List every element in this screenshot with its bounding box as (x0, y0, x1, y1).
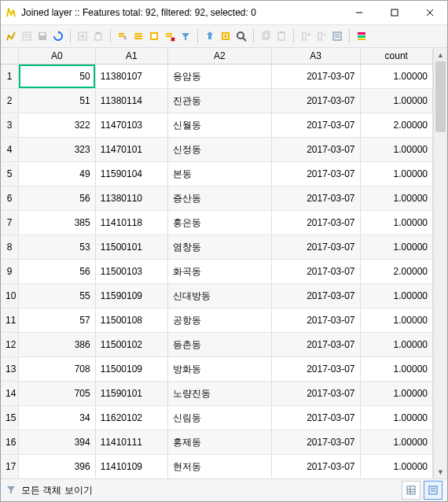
cell-a1[interactable]: 11590109 (95, 284, 167, 308)
field-calc-icon[interactable] (330, 29, 344, 43)
pan-selection-icon[interactable] (218, 29, 233, 43)
table-row[interactable]: 1639411410111홍제동2017-03-071.00000 (1, 430, 433, 455)
cell-count[interactable]: 1.00000 (360, 162, 432, 186)
cell-a0[interactable]: 322 (19, 113, 96, 138)
deselect-icon[interactable] (163, 29, 177, 43)
cell-a3[interactable]: 2017-03-07 (271, 162, 360, 186)
table-view-button[interactable] (402, 481, 420, 500)
cell-a1[interactable]: 11500109 (95, 357, 167, 382)
cell-count[interactable]: 1.00000 (360, 186, 432, 211)
row-number[interactable]: 15 (1, 406, 19, 430)
cell-count[interactable]: 1.00000 (360, 406, 432, 430)
close-button[interactable] (412, 1, 447, 24)
cell-a3[interactable]: 2017-03-07 (271, 186, 360, 211)
table-row[interactable]: 1470511590101노량진동2017-03-071.00000 (1, 382, 433, 406)
cell-count[interactable]: 1.00000 (360, 357, 432, 382)
column-header[interactable]: count (360, 48, 432, 65)
cell-a3[interactable]: 2017-03-07 (271, 406, 360, 430)
cell-a2[interactable]: 진관동 (168, 89, 271, 113)
cell-count[interactable]: 1.00000 (360, 65, 432, 89)
table-row[interactable]: 85311500101염창동2017-03-071.00000 (1, 235, 433, 260)
cell-a1[interactable]: 11380110 (95, 186, 167, 211)
cell-a2[interactable]: 신정동 (168, 138, 271, 162)
cell-a2[interactable]: 신대방동 (168, 284, 271, 308)
maximize-button[interactable] (376, 1, 412, 24)
cell-count[interactable]: 1.00000 (360, 138, 432, 162)
move-top-icon[interactable] (203, 29, 217, 43)
filter-selection-icon[interactable] (178, 29, 193, 43)
cell-a0[interactable]: 396 (19, 455, 96, 479)
cell-a3[interactable]: 2017-03-07 (271, 455, 360, 479)
add-feature-icon[interactable] (75, 29, 90, 43)
cell-a3[interactable]: 2017-03-07 (271, 211, 360, 235)
cell-a0[interactable]: 51 (19, 89, 96, 113)
cell-a1[interactable]: 11410111 (95, 430, 167, 455)
cell-a3[interactable]: 2017-03-07 (271, 333, 360, 357)
cell-a2[interactable]: 노량진동 (168, 382, 271, 406)
row-number[interactable]: 17 (1, 455, 19, 479)
cell-a0[interactable]: 386 (19, 333, 96, 357)
cell-a0[interactable]: 57 (19, 308, 96, 333)
cell-a1[interactable]: 11410118 (95, 211, 167, 235)
select-expression-icon[interactable]: ε (116, 29, 130, 43)
cell-a1[interactable]: 11410109 (95, 455, 167, 479)
cell-a0[interactable]: 49 (19, 162, 96, 186)
cell-a0[interactable]: 55 (19, 284, 96, 308)
cell-a2[interactable]: 공항동 (168, 308, 271, 333)
cell-a3[interactable]: 2017-03-07 (271, 357, 360, 382)
cell-a1[interactable]: 11590101 (95, 382, 167, 406)
cell-a1[interactable]: 11590104 (95, 162, 167, 186)
table-row[interactable]: 65611380110증산동2017-03-071.00000 (1, 186, 433, 211)
row-number[interactable]: 6 (1, 186, 19, 211)
cell-a0[interactable]: 50 (19, 65, 96, 89)
row-number[interactable]: 4 (1, 138, 19, 162)
cell-a3[interactable]: 2017-03-07 (271, 284, 360, 308)
cell-a2[interactable]: 응암동 (168, 65, 271, 89)
table-row[interactable]: 115711500108공항동2017-03-071.00000 (1, 308, 433, 333)
cell-a0[interactable]: 323 (19, 138, 96, 162)
cell-a0[interactable]: 56 (19, 186, 96, 211)
column-header[interactable]: A1 (95, 48, 167, 65)
cell-count[interactable]: 1.00000 (360, 89, 432, 113)
row-number[interactable]: 1 (1, 65, 19, 89)
form-view-button[interactable] (424, 481, 442, 500)
multiedit-icon[interactable] (20, 29, 34, 43)
conditional-format-icon[interactable] (354, 29, 369, 43)
cell-a0[interactable]: 385 (19, 211, 96, 235)
save-edits-icon[interactable] (35, 29, 50, 43)
row-number[interactable]: 5 (1, 162, 19, 186)
cell-a1[interactable]: 11500108 (95, 308, 167, 333)
row-number[interactable]: 9 (1, 260, 19, 284)
table-row[interactable]: 738511410118홍은동2017-03-071.00000 (1, 211, 433, 235)
cell-a0[interactable]: 705 (19, 382, 96, 406)
cell-count[interactable]: 1.00000 (360, 235, 432, 260)
reload-icon[interactable] (51, 29, 65, 43)
vertical-scrollbar[interactable]: ▲ ▼ (433, 48, 447, 478)
cell-a1[interactable]: 11470101 (95, 138, 167, 162)
scroll-down-arrow[interactable]: ▼ (434, 465, 447, 478)
row-number[interactable]: 11 (1, 308, 19, 333)
cell-a3[interactable]: 2017-03-07 (271, 260, 360, 284)
cell-a1[interactable]: 11500101 (95, 235, 167, 260)
cell-a2[interactable]: 등촌동 (168, 333, 271, 357)
attribute-table[interactable]: A0 A1 A2 A3 count 15011380107응암동2017-03-… (1, 48, 433, 478)
cell-a1[interactable]: 11620102 (95, 406, 167, 430)
cell-a2[interactable]: 현저동 (168, 455, 271, 479)
cell-a3[interactable]: 2017-03-07 (271, 65, 360, 89)
filter-icon[interactable] (6, 484, 17, 497)
row-number[interactable]: 16 (1, 430, 19, 455)
new-column-icon[interactable] (299, 29, 313, 43)
table-row[interactable]: 1370811500109방화동2017-03-071.00000 (1, 357, 433, 382)
row-number[interactable]: 12 (1, 333, 19, 357)
cell-a0[interactable]: 34 (19, 406, 96, 430)
copy-icon[interactable] (259, 29, 273, 43)
table-row[interactable]: 432311470101신정동2017-03-071.00000 (1, 138, 433, 162)
cell-a3[interactable]: 2017-03-07 (271, 235, 360, 260)
invert-selection-icon[interactable] (147, 29, 161, 43)
table-row[interactable]: 1238611500102등촌동2017-03-071.00000 (1, 333, 433, 357)
paste-icon[interactable] (274, 29, 288, 43)
table-row[interactable]: 105511590109신대방동2017-03-071.00000 (1, 284, 433, 308)
table-row[interactable]: 25111380114진관동2017-03-071.00000 (1, 89, 433, 113)
table-row[interactable]: 1739611410109현저동2017-03-071.00000 (1, 455, 433, 479)
table-row[interactable]: 15011380107응암동2017-03-071.00000 (1, 65, 433, 89)
